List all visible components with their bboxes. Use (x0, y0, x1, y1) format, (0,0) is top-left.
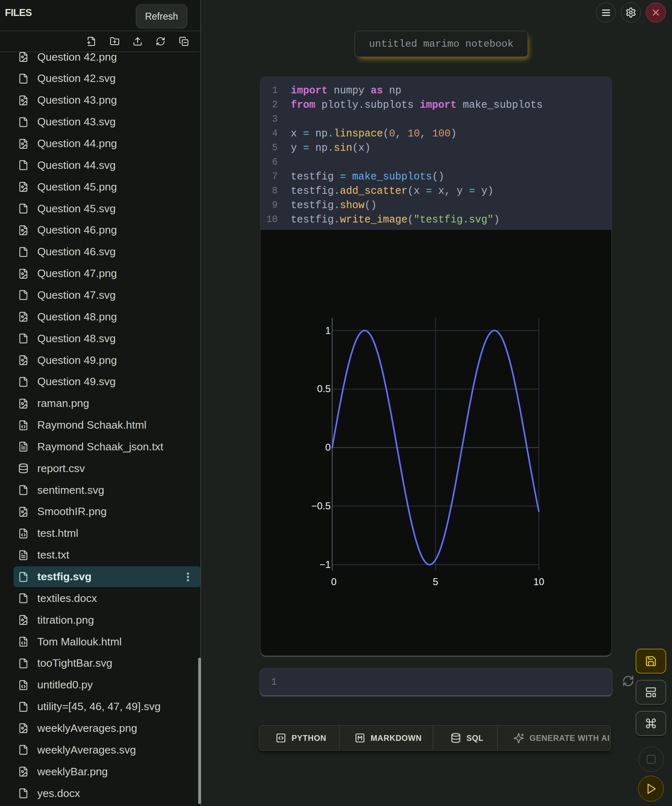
svg-text:0: 0 (331, 576, 337, 587)
svg-text:10: 10 (533, 576, 544, 587)
svg-text:−0.5: −0.5 (311, 500, 330, 511)
svg-text:0: 0 (325, 442, 330, 453)
svg-text:5: 5 (433, 576, 438, 587)
svg-text:1: 1 (325, 325, 330, 336)
svg-text:−1: −1 (319, 559, 330, 570)
svg-text:0.5: 0.5 (317, 383, 330, 394)
